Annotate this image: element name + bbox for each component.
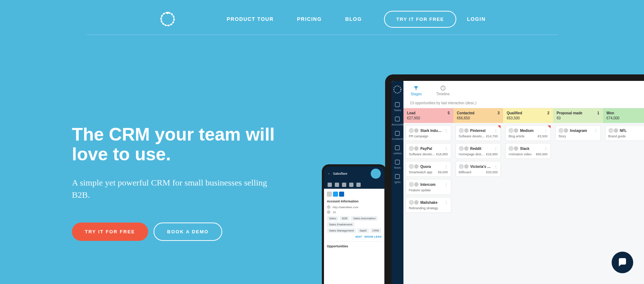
sidebar-item-accounts[interactable]: Accounts xyxy=(392,114,403,128)
phone-body: Account Information http://salesflare.co… xyxy=(324,189,384,284)
tag[interactable]: Sales Automation xyxy=(351,216,378,221)
opportunity-card[interactable]: Reddit⋮Homepage desi…€18,950 xyxy=(456,143,501,159)
company-avatar-icon xyxy=(508,146,513,151)
tag[interactable]: B2B xyxy=(340,216,350,221)
stage-proposal-made: Proposal made1€0Instagram⋮Story xyxy=(553,108,603,215)
toolbar-icon[interactable] xyxy=(349,183,353,187)
tab-timeline[interactable]: Timeline xyxy=(436,85,449,96)
card-value: €14,700 xyxy=(486,134,498,138)
opportunity-card[interactable]: Intercom⋮Feature update xyxy=(406,179,451,195)
opportunity-card[interactable]: Victoria's Se...⋮Billboard€33,000 xyxy=(456,161,501,177)
toolbar-icon[interactable] xyxy=(342,183,346,187)
user-avatar-icon xyxy=(414,200,419,205)
nav-blog[interactable]: BLOG xyxy=(345,16,362,22)
try-free-button[interactable]: TRY IT FOR FREE xyxy=(384,11,456,28)
app-logo-icon xyxy=(392,84,402,95)
nav-product-tour[interactable]: PRODUCT TOUR xyxy=(227,16,274,22)
edit-row: EDITSHOW LESS xyxy=(327,235,382,238)
more-icon[interactable]: ⋮ xyxy=(594,129,598,133)
alert-indicator-icon xyxy=(548,125,551,128)
brand-logo-icon[interactable] xyxy=(159,10,177,28)
filter-icon xyxy=(413,85,419,91)
phone-screen: ←Salesflare Account Informa xyxy=(324,166,384,284)
card-desc: Smartwatch app xyxy=(409,170,432,174)
stage-qualified: Qualified2€63,500Medium⋮Blog article€3,5… xyxy=(503,108,553,215)
more-icon[interactable]: ⋮ xyxy=(544,147,548,151)
sidebar-item-ights[interactable]: ights xyxy=(392,171,403,186)
book-demo-button[interactable]: BOOK A DEMO xyxy=(154,223,223,241)
opportunity-card[interactable]: Slack⋮Animation video€60,000 xyxy=(505,143,551,159)
more-icon[interactable]: ⋮ xyxy=(544,129,548,133)
user-avatar-icon xyxy=(514,128,518,133)
tag[interactable]: Sales Enablement xyxy=(327,222,355,227)
laptop-mockup: TasksAccountsContactsunitiesflowsights S… xyxy=(385,74,644,284)
more-icon[interactable]: ⋮ xyxy=(494,147,498,151)
twitter-icon[interactable] xyxy=(333,192,338,197)
sidebar-item-unities[interactable]: unities xyxy=(392,143,403,157)
more-icon[interactable]: ⋮ xyxy=(444,183,448,187)
opportunity-card[interactable]: Mailshake⋮Rebranding strategy xyxy=(406,197,451,213)
opportunity-card[interactable]: NFL⋮Brand guide xyxy=(605,125,644,141)
card-desc: Brand guide xyxy=(608,134,626,138)
chart-icon xyxy=(394,159,400,165)
phone-toolbar xyxy=(324,181,384,189)
back-icon[interactable]: ← xyxy=(328,172,331,175)
chat-bubble-icon[interactable] xyxy=(612,252,633,273)
stage-header: Proposal made1€0 xyxy=(553,108,603,123)
company-avatar-icon xyxy=(409,200,414,205)
opportunity-card[interactable]: Medium⋮Blog article€3,500 xyxy=(505,125,551,141)
nav-pricing[interactable]: PRICING xyxy=(297,16,322,22)
company-avatar-icon xyxy=(409,164,414,169)
linkedin-icon[interactable] xyxy=(339,192,344,197)
more-icon[interactable]: ⋮ xyxy=(444,147,448,151)
device-mockups: TasksAccountsContactsunitiesflowsights S… xyxy=(320,74,644,284)
hero-try-free-button[interactable]: TRY IT FOR FREE xyxy=(72,223,148,241)
sidebar-item-contacts[interactable]: Contacts xyxy=(392,128,403,143)
link-icon xyxy=(327,205,330,209)
stage-header: Contacted3€66,650 xyxy=(453,108,503,123)
people-icon xyxy=(327,210,330,214)
tag[interactable]: Sales xyxy=(327,216,338,221)
show-less-link[interactable]: SHOW LESS xyxy=(364,235,382,238)
more-icon[interactable]: ⋮ xyxy=(444,129,448,133)
user-avatar-icon xyxy=(614,128,618,133)
user-avatar-icon xyxy=(564,128,568,133)
globe-icon[interactable] xyxy=(327,192,332,197)
toolbar-icon[interactable] xyxy=(328,183,332,187)
card-desc: Animation video xyxy=(508,152,531,156)
card-name: Victoria's Se... xyxy=(470,165,493,169)
company-avatar-icon xyxy=(508,128,513,133)
card-desc: PR campaign xyxy=(409,134,428,138)
opportunity-card[interactable]: Stark Industr...⋮PR campaign xyxy=(406,125,451,141)
card-value: €18,950 xyxy=(436,152,448,156)
more-icon[interactable]: ⋮ xyxy=(494,165,498,169)
svg-rect-3 xyxy=(395,102,399,107)
card-desc: Blog article xyxy=(508,134,525,138)
edit-link[interactable]: EDIT xyxy=(356,235,362,238)
phone-mockup: ←Salesflare Account Informa xyxy=(322,164,387,284)
toolbar-icon[interactable] xyxy=(335,183,339,187)
bulb-icon xyxy=(394,174,400,179)
stage-header: Lead5€27,950 xyxy=(403,108,453,123)
sidebar-item-flows[interactable]: flows xyxy=(392,157,403,171)
more-icon[interactable]: ⋮ xyxy=(494,129,498,133)
tag[interactable]: Sales Management xyxy=(327,228,356,233)
sidebar-item-tasks[interactable]: Tasks xyxy=(392,100,403,114)
card-value: €33,000 xyxy=(486,170,498,174)
login-link[interactable]: LOGIN xyxy=(467,16,486,22)
toolbar-icon[interactable] xyxy=(356,183,361,187)
opportunity-card[interactable]: Instagram⋮Story xyxy=(555,125,601,141)
opportunities-header: Opportunities xyxy=(327,244,382,248)
card-name: NFL xyxy=(620,129,642,133)
tab-stages[interactable]: Stages xyxy=(411,85,422,96)
hero-ctas: TRY IT FOR FREE BOOK A DEMO xyxy=(72,223,277,241)
opportunity-card[interactable]: Quora⋮Smartwatch app€9,000 xyxy=(406,161,451,177)
more-icon[interactable]: ⋮ xyxy=(444,165,448,169)
opportunity-card[interactable]: Pinterest⋮Software develo…€14,700 xyxy=(456,125,501,141)
more-icon[interactable]: ⋮ xyxy=(444,201,448,205)
card-name: PayPal xyxy=(420,147,443,151)
tag[interactable]: SaaS xyxy=(357,228,369,233)
card-name: Instagram xyxy=(570,129,592,133)
opportunity-card[interactable]: PayPal⋮Software develo…€18,950 xyxy=(406,143,451,159)
tag[interactable]: CRM xyxy=(370,228,381,233)
